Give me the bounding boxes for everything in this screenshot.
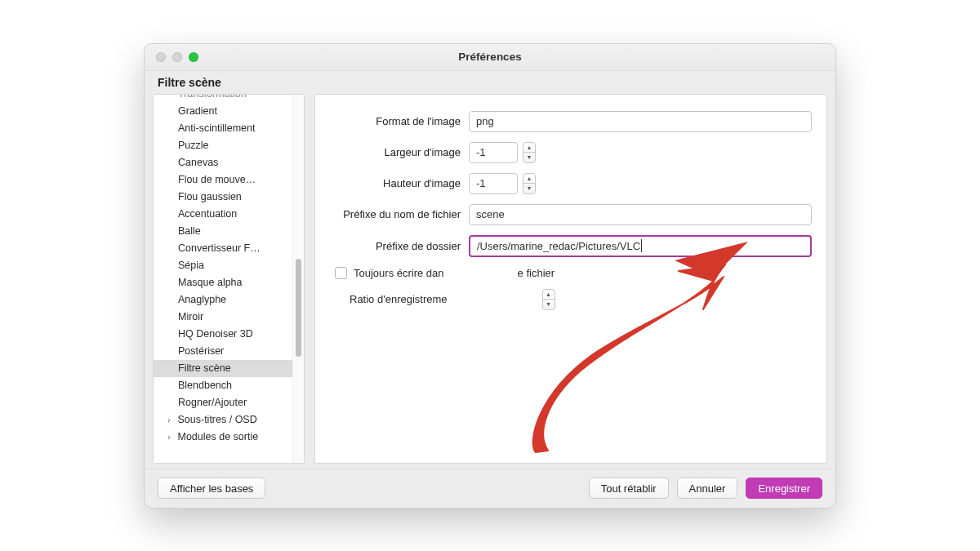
- footer: Afficher les bases Tout rétablir Annuler…: [145, 469, 835, 508]
- sidebar-item[interactable]: HQ Denoiser 3D: [154, 326, 292, 343]
- sidebar-item[interactable]: Accentuation: [154, 206, 292, 223]
- sidebar-item[interactable]: Convertisseur F…: [154, 240, 292, 257]
- sidebar-group-label: Sous-titres / OSD: [175, 414, 257, 425]
- sidebar-item-label: Gradient: [178, 105, 217, 117]
- sidebar-item[interactable]: Anti-scintillement: [154, 120, 292, 137]
- sidebar-item-label: Puzzle: [178, 140, 209, 151]
- format-label: Format de l'image: [330, 115, 469, 127]
- always-write-label-right: e fichier: [518, 267, 555, 279]
- section-heading: Filtre scène: [145, 71, 835, 94]
- show-basic-button[interactable]: Afficher les bases: [158, 478, 265, 499]
- width-input[interactable]: -1: [469, 142, 518, 163]
- folder-prefix-input[interactable]: /Users/marine_redac/Pictures/VLC: [469, 235, 812, 257]
- chevron-up-icon: ▲: [543, 290, 555, 300]
- text-caret: [641, 239, 642, 252]
- save-button[interactable]: Enregistrer: [746, 478, 822, 499]
- sidebar-item-label: Masque alpha: [178, 277, 243, 288]
- sidebar-item[interactable]: Rogner/Ajouter: [154, 394, 292, 411]
- sidebar-item[interactable]: Sépia: [154, 257, 292, 274]
- always-write-label-left: Toujours écrire dan: [354, 267, 444, 279]
- sidebar-item-label: Sépia: [178, 260, 204, 271]
- sidebar-item[interactable]: Canevas: [154, 154, 292, 171]
- chevron-down-icon: ▼: [523, 184, 535, 193]
- titlebar: Préférences: [145, 44, 835, 71]
- filename-prefix-label: Préfixe du nom de fichier: [330, 208, 469, 220]
- sidebar-item-label: Flou gaussien: [178, 191, 242, 202]
- reset-button[interactable]: Tout rétablir: [589, 478, 669, 499]
- chevron-up-icon: ▲: [523, 143, 535, 153]
- sidebar-scrollbar[interactable]: [292, 95, 304, 463]
- chevron-down-icon: ▼: [543, 300, 555, 309]
- sidebar-item[interactable]: Masque alpha: [154, 274, 292, 291]
- width-label: Largeur d'image: [330, 146, 469, 158]
- sidebar-item[interactable]: Filtre scène: [154, 360, 292, 377]
- format-input[interactable]: png: [469, 111, 812, 132]
- chevron-right-icon: ›: [165, 411, 173, 429]
- sidebar-item[interactable]: Balle: [154, 223, 292, 240]
- sidebar-item[interactable]: Gradient: [154, 103, 292, 120]
- ratio-label: Ratio d'enregistreme: [350, 293, 448, 305]
- sidebar-item-label: Convertisseur F…: [178, 242, 261, 254]
- chevron-down-icon: ▼: [523, 153, 535, 162]
- window-title: Préférences: [145, 51, 835, 63]
- sidebar-item-label: Anaglyphe: [178, 294, 226, 305]
- sidebar-item[interactable]: Transformation: [154, 95, 292, 103]
- cancel-button[interactable]: Annuler: [677, 478, 738, 499]
- body: TransformationGradientAnti-scintillement…: [145, 94, 835, 469]
- sidebar-item-label: Accentuation: [178, 208, 237, 220]
- sidebar-item-label: Canevas: [178, 157, 218, 168]
- height-label: Hauteur d'image: [330, 177, 469, 189]
- sidebar-item[interactable]: Flou gaussien: [154, 189, 292, 206]
- sidebar-item[interactable]: Flou de mouve…: [154, 171, 292, 189]
- sidebar-item-label: Filtre scène: [178, 362, 231, 374]
- sidebar-group[interactable]: › Modules de sortie: [154, 429, 292, 446]
- sidebar-item-label: HQ Denoiser 3D: [178, 328, 253, 340]
- sidebar-item[interactable]: Postériser: [154, 343, 292, 360]
- ratio-stepper[interactable]: ▲▼: [542, 289, 555, 310]
- sidebar-item-label: Rogner/Ajouter: [178, 397, 247, 408]
- width-stepper[interactable]: ▲▼: [523, 142, 536, 163]
- sidebar-item-label: Miroir: [178, 311, 203, 322]
- sidebar-item[interactable]: Blendbench: [154, 377, 292, 394]
- chevron-up-icon: ▲: [523, 174, 535, 184]
- always-write-checkbox[interactable]: [335, 267, 347, 279]
- height-stepper[interactable]: ▲▼: [523, 173, 536, 194]
- sidebar-item-label: Anti-scintillement: [178, 122, 255, 134]
- sidebar-item-label: Blendbench: [178, 380, 232, 391]
- sidebar-item[interactable]: Puzzle: [154, 137, 292, 154]
- sidebar-item-label: Flou de mouve…: [178, 174, 256, 185]
- settings-pane: Format de l'image png Largeur d'image -1…: [314, 94, 827, 464]
- sidebar-item-label: Postériser: [178, 345, 224, 357]
- preferences-window: Préférences Filtre scène TransformationG…: [144, 43, 836, 509]
- filename-prefix-input[interactable]: scene: [469, 204, 812, 225]
- height-input[interactable]: -1: [469, 173, 518, 194]
- sidebar-item[interactable]: Miroir: [154, 309, 292, 326]
- sidebar-item-label: Transformation: [178, 95, 247, 100]
- sidebar-item[interactable]: Anaglyphe: [154, 291, 292, 309]
- sidebar: TransformationGradientAnti-scintillement…: [153, 94, 305, 464]
- folder-prefix-label: Préfixe de dossier: [330, 240, 469, 252]
- sidebar-group[interactable]: › Sous-titres / OSD: [154, 411, 292, 429]
- chevron-right-icon: ›: [165, 429, 173, 446]
- sidebar-group-label: Modules de sortie: [175, 431, 258, 442]
- sidebar-item-label: Balle: [178, 225, 201, 237]
- scrollbar-thumb[interactable]: [296, 259, 301, 357]
